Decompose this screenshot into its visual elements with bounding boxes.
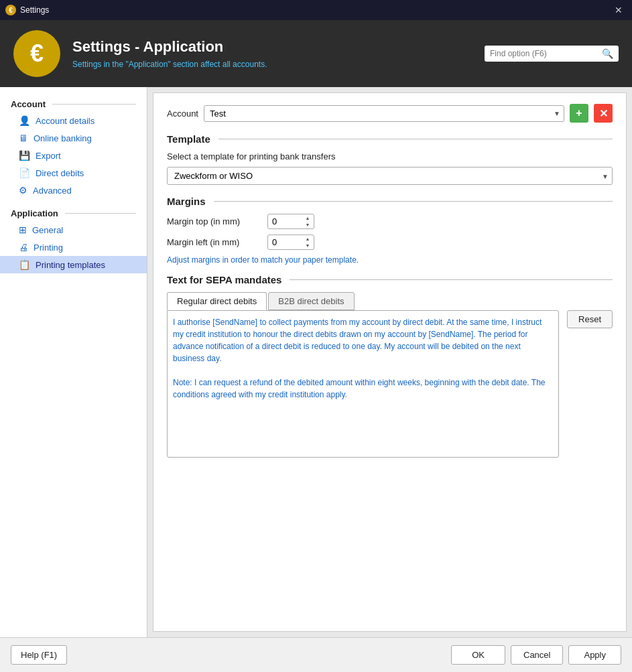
- add-account-button[interactable]: +: [570, 104, 588, 123]
- header-subtitle: Settings in the "Application" section af…: [72, 60, 485, 69]
- grid-icon: ⊞: [19, 224, 27, 235]
- template-select[interactable]: Zweckform or WISO: [167, 167, 613, 185]
- title-bar: € Settings ✕: [0, 0, 632, 20]
- close-button[interactable]: ✕: [611, 2, 627, 18]
- remove-account-button[interactable]: ✕: [594, 104, 613, 123]
- footer: Help (F1) OK Cancel Apply: [0, 637, 632, 672]
- sidebar-item-general[interactable]: ⊞ General: [0, 221, 147, 239]
- template-section-title: Template: [167, 133, 210, 145]
- clipboard-icon: 📋: [19, 259, 30, 270]
- sidebar-item-export[interactable]: 💾 Export: [0, 147, 147, 164]
- margin-left-label: Margin left (in mm): [167, 237, 261, 247]
- sepa-actions: Reset: [567, 310, 613, 328]
- margin-left-up-button[interactable]: ▲: [302, 236, 313, 243]
- sepa-text-area[interactable]: [167, 310, 559, 458]
- header: € Settings - Application Settings in the…: [0, 20, 632, 87]
- tab-b2b-direct-debits[interactable]: B2B direct debits: [268, 292, 354, 310]
- gear-icon: ⚙: [19, 185, 27, 196]
- search-input[interactable]: [490, 49, 602, 58]
- account-row: Account Test ▼ + ✕: [167, 104, 613, 123]
- sidebar-item-online-banking[interactable]: 🖥 Online banking: [0, 129, 147, 147]
- sidebar-item-label: Printing: [34, 243, 63, 253]
- account-label: Account: [167, 109, 198, 119]
- margins-note: Adjust margins in order to match your pa…: [167, 255, 613, 265]
- search-box[interactable]: 🔍: [485, 46, 619, 62]
- account-select[interactable]: Test: [204, 105, 564, 122]
- content-panel: Account Test ▼ + ✕ Template Select a tem…: [153, 92, 627, 632]
- sidebar-item-direct-debits[interactable]: 📄 Direct debits: [0, 164, 147, 182]
- margin-left-spinner: ▲ ▼: [267, 234, 314, 250]
- margin-top-row: Margin top (in mm) ▲ ▼: [167, 214, 613, 229]
- page-title: Settings - Application: [72, 38, 485, 56]
- subtitle-post: accounts.: [231, 60, 267, 69]
- sidebar-item-label: Export: [36, 151, 61, 161]
- user-icon: 👤: [19, 115, 30, 126]
- search-icon: 🔍: [602, 48, 613, 59]
- margins-section-title: Margins: [167, 196, 206, 207]
- margin-left-row: Margin left (in mm) ▲ ▼: [167, 234, 613, 250]
- sidebar-item-printing[interactable]: 🖨 Printing: [0, 239, 147, 256]
- cancel-button[interactable]: Cancel: [511, 645, 563, 665]
- subtitle-highlight: all: [223, 60, 231, 69]
- ok-button[interactable]: OK: [451, 645, 505, 665]
- sidebar-section-application: Application: [0, 204, 147, 221]
- sidebar-item-label: Direct debits: [36, 168, 84, 178]
- margin-left-down-button[interactable]: ▼: [302, 243, 313, 249]
- sidebar: Account 👤 Account details 🖥 Online banki…: [0, 87, 147, 637]
- document-icon: 📄: [19, 167, 30, 178]
- monitor-icon: 🖥: [19, 133, 28, 143]
- margins-section-header: Margins: [167, 196, 613, 207]
- apply-button[interactable]: Apply: [568, 645, 621, 665]
- template-select-wrap: Zweckform or WISO ▼: [167, 167, 613, 185]
- sidebar-item-label: Advanced: [33, 186, 72, 196]
- printer-icon: 🖨: [19, 242, 28, 253]
- subtitle-pre: Settings in the "Application" section af…: [72, 60, 223, 69]
- sidebar-item-account-details[interactable]: 👤 Account details: [0, 112, 147, 129]
- main-area: Account 👤 Account details 🖥 Online banki…: [0, 87, 632, 637]
- reset-button[interactable]: Reset: [567, 310, 613, 328]
- sidebar-item-label: Online banking: [34, 133, 92, 143]
- save-icon: 💾: [19, 150, 30, 161]
- tab-regular-direct-debits[interactable]: Regular direct debits: [167, 292, 267, 310]
- account-select-wrap: Test ▼: [204, 105, 564, 122]
- help-button[interactable]: Help (F1): [11, 645, 67, 665]
- sepa-textarea-wrap: [167, 310, 559, 460]
- margin-top-up-button[interactable]: ▲: [302, 215, 313, 222]
- sidebar-item-label: Printing templates: [36, 260, 105, 270]
- sidebar-item-printing-templates[interactable]: 📋 Printing templates: [0, 256, 147, 273]
- sidebar-item-advanced[interactable]: ⚙ Advanced: [0, 182, 147, 199]
- margin-top-spinner: ▲ ▼: [267, 214, 314, 229]
- app-icon: €: [5, 5, 16, 15]
- sidebar-section-account: Account: [0, 95, 147, 112]
- sepa-tabs: Regular direct debits B2B direct debits: [167, 292, 613, 310]
- sepa-section-header: Text for SEPA mandates: [167, 274, 613, 285]
- logo-icon: €: [13, 30, 60, 77]
- sidebar-item-label: General: [32, 225, 63, 235]
- margin-top-label: Margin top (in mm): [167, 216, 261, 226]
- header-text: Settings - Application Settings in the "…: [72, 38, 485, 69]
- margin-top-down-button[interactable]: ▼: [302, 222, 313, 228]
- sidebar-item-label: Account details: [36, 116, 94, 126]
- sepa-content: Reset: [167, 310, 613, 460]
- sepa-section-title: Text for SEPA mandates: [167, 274, 281, 285]
- template-section-header: Template: [167, 133, 613, 145]
- template-description: Select a template for printing bank tran…: [167, 151, 613, 161]
- window-title: Settings: [20, 5, 611, 15]
